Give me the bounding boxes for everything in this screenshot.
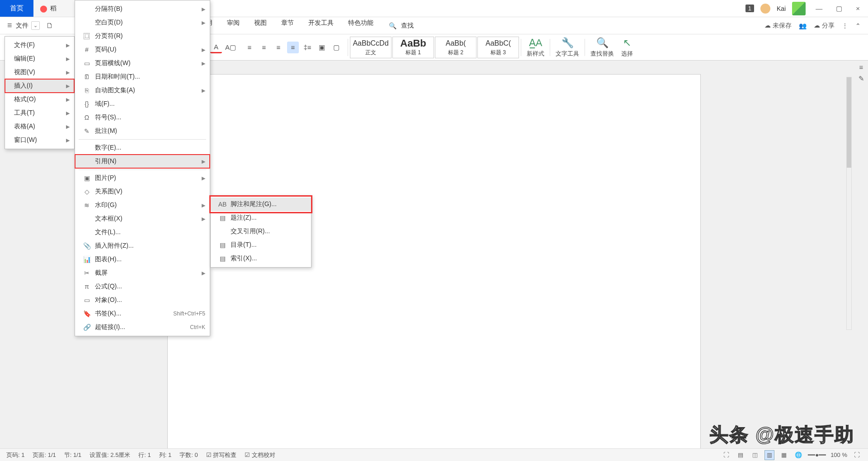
- menu-item[interactable]: ▭页眉横线(W)▶: [75, 56, 210, 70]
- status-chars[interactable]: 字数: 0: [179, 451, 198, 459]
- ribbon-tab[interactable]: 开发工具: [307, 16, 335, 35]
- menu-item[interactable]: π公式(Q)...: [75, 280, 210, 293]
- menu-item[interactable]: 空白页(D)▶: [75, 16, 210, 29]
- proof-read[interactable]: ☑ 文档校对: [245, 451, 275, 459]
- menu-icon: ▤: [217, 214, 228, 221]
- align-center-icon[interactable]: ≡: [258, 42, 270, 53]
- align-left-icon[interactable]: ≡: [244, 42, 255, 53]
- collapse-ribbon-icon[interactable]: ⌃: [855, 22, 861, 29]
- spell-check[interactable]: ☑ 拼写检查: [206, 451, 237, 459]
- ribbon-right: ☁ 未保存 👥 ☁ 分享 ⋮ ⌃: [764, 22, 861, 30]
- status-pages[interactable]: 页面: 1/1: [33, 451, 56, 459]
- menu-item[interactable]: 引用(N)▶: [75, 155, 210, 168]
- zoom-slider[interactable]: ━━●━━: [808, 452, 826, 458]
- status-page-num[interactable]: 页码: 1: [6, 451, 24, 459]
- maximize-button[interactable]: ▢: [832, 3, 846, 14]
- text-tools-button[interactable]: 🔧文字工具: [552, 37, 583, 58]
- home-tab[interactable]: 首页: [0, 0, 33, 17]
- menu-item[interactable]: 工具(T)▶: [5, 106, 74, 120]
- menu-item[interactable]: 📊图表(H)...: [75, 253, 210, 266]
- menu-item[interactable]: 分隔符(B)▶: [75, 2, 210, 16]
- menu-item[interactable]: ✎批注(M): [75, 124, 210, 138]
- menu-item[interactable]: 编辑(E)▶: [5, 52, 74, 66]
- menu-item[interactable]: 数字(E)...: [75, 141, 210, 155]
- menu-item[interactable]: ▤索引(X)...: [211, 252, 311, 265]
- minimize-button[interactable]: —: [812, 3, 826, 14]
- collab-icon[interactable]: 👥: [799, 22, 807, 29]
- outline-view-icon[interactable]: ◫: [750, 450, 760, 460]
- status-col[interactable]: 列: 1: [159, 451, 171, 459]
- menu-item[interactable]: 文本框(X)▶: [75, 212, 210, 226]
- read-view-icon[interactable]: ▤: [736, 450, 745, 460]
- menu-item[interactable]: 文件(L)...: [75, 226, 210, 239]
- globe-icon[interactable]: 🌐: [793, 450, 803, 460]
- menu-item[interactable]: ≋水印(G)▶: [75, 198, 210, 212]
- menu-item[interactable]: 窗口(W)▶: [5, 133, 74, 147]
- fit-icon[interactable]: ⛶: [852, 450, 862, 460]
- status-section[interactable]: 节: 1/1: [64, 451, 81, 459]
- avatar[interactable]: [760, 4, 770, 14]
- menu-item[interactable]: ▤题注(Z)...: [211, 211, 311, 225]
- menu-item[interactable]: ▭对象(O)...: [75, 293, 210, 307]
- status-setval[interactable]: 设置值: 2.5厘米: [90, 451, 130, 459]
- style-gallery[interactable]: AaBbCcDd正文 AaBb标题 1 AaBb(标题 2 AaBbC(标题 3: [350, 37, 519, 58]
- web-view-icon[interactable]: ▦: [779, 450, 789, 460]
- print-view-icon[interactable]: ▥: [764, 450, 774, 460]
- ribbon-tab[interactable]: 特色功能: [347, 16, 374, 35]
- new-style-button[interactable]: A̲A新样式: [523, 37, 548, 58]
- menu-item[interactable]: ◇关系图(V): [75, 185, 210, 198]
- menu-item[interactable]: Ω符号(S)...: [75, 111, 210, 124]
- menu-item[interactable]: ⿴分页符(R): [75, 29, 210, 43]
- menu-item[interactable]: 🔗超链接(I)...Ctrl+K: [75, 320, 210, 334]
- menu-item[interactable]: 🔖书签(K)...Shift+Ctrl+F5: [75, 307, 210, 320]
- menu-item[interactable]: 交叉引用(R)...: [211, 225, 311, 238]
- style-normal[interactable]: AaBbCcDd正文: [350, 37, 392, 58]
- status-row[interactable]: 行: 1: [138, 451, 151, 459]
- document-page[interactable]: [167, 74, 701, 461]
- menu-item[interactable]: ⎘自动图文集(A)▶: [75, 84, 210, 97]
- ribbon-tab[interactable]: 视图: [253, 16, 268, 35]
- cloud-status[interactable]: ☁ 未保存: [764, 22, 792, 30]
- style-heading3[interactable]: AaBbC(标题 3: [477, 37, 519, 58]
- pencil-icon[interactable]: ✎: [859, 75, 864, 83]
- menu-item[interactable]: 📎插入附件(Z)...: [75, 239, 210, 253]
- font-color2-icon[interactable]: A: [210, 42, 222, 53]
- search-button[interactable]: 🔍 查找: [387, 16, 415, 35]
- ribbon-tab[interactable]: 章节: [280, 16, 295, 35]
- kebab-icon[interactable]: ⋮: [842, 22, 848, 29]
- fullscreen-icon[interactable]: ⛶: [721, 450, 731, 460]
- menu-item[interactable]: ▣图片(P)▶: [75, 171, 210, 185]
- line-spacing-icon[interactable]: ‡≡: [302, 42, 313, 53]
- hamburger-icon[interactable]: ≡: [7, 21, 12, 30]
- menu-item[interactable]: ▤目录(T)...: [211, 238, 311, 252]
- style-heading1[interactable]: AaBb标题 1: [392, 37, 434, 58]
- shading-icon[interactable]: ▣: [316, 42, 328, 53]
- char-border-icon[interactable]: A▢: [225, 42, 236, 53]
- align-right-icon[interactable]: ≡: [273, 42, 284, 53]
- menu-item[interactable]: 🗓日期和时间(T)...: [75, 70, 210, 84]
- menu-item[interactable]: #页码(U)▶: [75, 43, 210, 56]
- notification-badge[interactable]: 1: [745, 5, 754, 12]
- qat-icon[interactable]: 🗋: [43, 22, 56, 30]
- file-menu-button[interactable]: 文件 ⌄: [16, 21, 40, 30]
- style-heading2[interactable]: AaBb(标题 2: [435, 37, 476, 58]
- close-button[interactable]: ×: [852, 3, 863, 14]
- share-button[interactable]: ☁ 分享: [814, 22, 835, 30]
- align-justify-icon[interactable]: ≡: [287, 42, 299, 53]
- menu-item[interactable]: 表格(A)▶: [5, 120, 74, 133]
- chevron-right-icon: ▶: [202, 61, 205, 66]
- menu-item[interactable]: ✂截屏▶: [75, 266, 210, 280]
- vertical-scrollbar[interactable]: [846, 77, 852, 330]
- menu-item[interactable]: 插入(I)▶: [5, 79, 74, 93]
- menu-item[interactable]: AB脚注和尾注(G)...: [211, 198, 311, 211]
- menu-item[interactable]: 视图(V)▶: [5, 66, 74, 79]
- select-button[interactable]: ↖选择: [618, 37, 637, 58]
- menu-item[interactable]: 格式(O)▶: [5, 93, 74, 106]
- zoom-level[interactable]: 100 %: [830, 452, 847, 458]
- find-replace-button[interactable]: 🔍查找替换: [587, 37, 618, 58]
- menu-item[interactable]: {}域(F)...: [75, 97, 210, 111]
- menu-item[interactable]: 文件(F)▶: [5, 38, 74, 52]
- side-icon[interactable]: ≡: [859, 63, 863, 71]
- borders-icon[interactable]: ▢: [330, 42, 342, 53]
- ribbon-tab[interactable]: 审阅: [226, 16, 241, 35]
